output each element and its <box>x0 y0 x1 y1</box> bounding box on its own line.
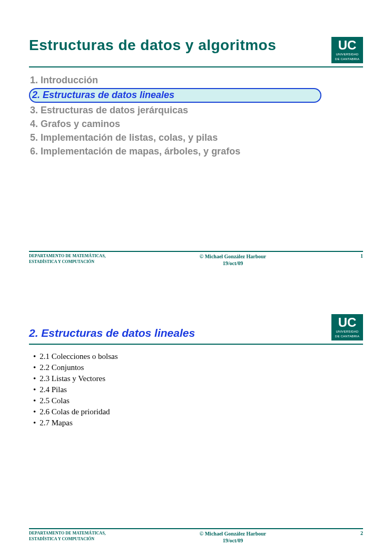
footer-author: © Michael González Harbour <box>200 254 267 259</box>
logo-text-line1: UNIVERSIDAD <box>332 330 362 334</box>
footer-department: DEPARTAMENTO DE MATEMÁTICAS, ESTADÍSTICA… <box>29 530 134 544</box>
toc-item-2: 2. Estructuras de datos lineales <box>29 88 321 103</box>
footer-dept-line1: DEPARTAMENTO DE MATEMÁTICAS, <box>29 254 106 258</box>
slide1-footer: DEPARTAMENTO DE MATEMÁTICAS, ESTADÍSTICA… <box>29 251 363 267</box>
toc-item-3: 3. Estructuras de datos jerárquicas <box>29 104 363 117</box>
table-of-contents: 1. Introducción2. Estructuras de datos l… <box>29 74 363 158</box>
footer-author: © Michael González Harbour <box>200 531 267 537</box>
footer-dept-line1: DEPARTAMENTO DE MATEMÁTICAS, <box>29 531 106 535</box>
footer-page-number: 1 <box>331 253 363 267</box>
slide2-title: 2. Estructuras de datos lineales <box>29 327 331 339</box>
section-item-3: 2.3 Listas y Vectores <box>33 373 363 384</box>
section-item-4: 2.4 Pilas <box>33 384 363 395</box>
toc-item-6: 6. Implementación de mapas, árboles, y g… <box>29 145 363 158</box>
uc-logo: UC UNIVERSIDAD DE CANTABRIA <box>331 37 363 63</box>
logo-text-line2: DE CANTABRIA <box>332 335 362 338</box>
footer-page-number: 2 <box>331 530 363 544</box>
logo-text-big: UC <box>332 316 362 329</box>
footer-dept-line2: ESTADÍSTICA Y COMPUTACIÓN <box>29 259 94 264</box>
footer-date: 19/oct/09 <box>223 260 243 266</box>
section-item-6: 2.6 Colas de prioridad <box>33 406 363 417</box>
logo-text-line2: DE CANTABRIA <box>332 57 362 61</box>
slide-1: Estructuras de datos y algoritmos UC UNI… <box>0 0 392 277</box>
logo-text-big: UC <box>332 39 362 52</box>
slide2-header: 2. Estructuras de datos lineales UC UNIV… <box>29 314 363 345</box>
slide-2: 2. Estructuras de datos lineales UC UNIV… <box>0 277 392 554</box>
footer-date: 19/oct/09 <box>223 538 243 543</box>
section-item-2: 2.2 Conjuntos <box>33 362 363 373</box>
toc-item-4: 4. Grafos y caminos <box>29 118 363 131</box>
section-list: 2.1 Colecciones o bolsas2.2 Conjuntos2.3… <box>33 351 363 429</box>
toc-item-5: 5. Implementación de listas, colas, y pi… <box>29 131 363 144</box>
section-item-1: 2.1 Colecciones o bolsas <box>33 351 363 362</box>
slide2-footer: DEPARTAMENTO DE MATEMÁTICAS, ESTADÍSTICA… <box>29 528 363 544</box>
uc-logo: UC UNIVERSIDAD DE CANTABRIA <box>331 314 363 340</box>
section-item-5: 2.5 Colas <box>33 395 363 406</box>
logo-text-line1: UNIVERSIDAD <box>332 53 362 56</box>
section-item-7: 2.7 Mapas <box>33 417 363 429</box>
slide1-header: Estructuras de datos y algoritmos UC UNI… <box>29 37 363 67</box>
footer-department: DEPARTAMENTO DE MATEMÁTICAS, ESTADÍSTICA… <box>29 253 134 267</box>
footer-dept-line2: ESTADÍSTICA Y COMPUTACIÓN <box>29 537 94 541</box>
footer-author-block: © Michael González Harbour 19/oct/09 <box>134 530 331 544</box>
footer-author-block: © Michael González Harbour 19/oct/09 <box>134 253 331 267</box>
toc-item-1: 1. Introducción <box>29 74 363 87</box>
slide1-title: Estructuras de datos y algoritmos <box>29 37 331 54</box>
